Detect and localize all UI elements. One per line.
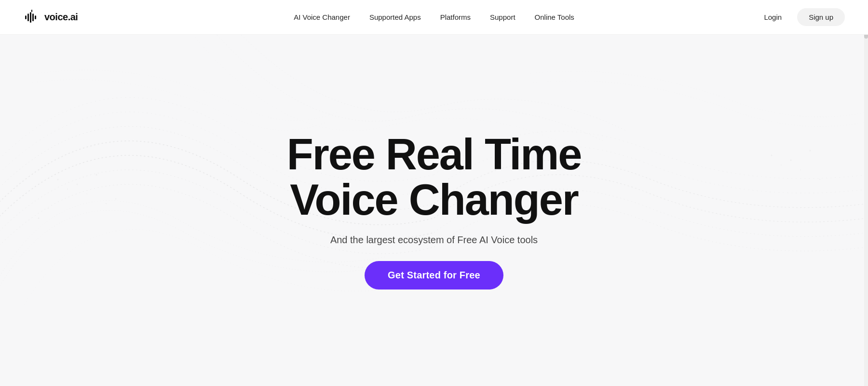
nav-link-ai-voice-changer[interactable]: AI Voice Changer xyxy=(294,13,350,21)
svg-point-17 xyxy=(800,169,801,170)
svg-point-7 xyxy=(77,184,78,185)
hero-section: Free Real Time Voice Changer And the lar… xyxy=(0,35,868,386)
svg-point-19 xyxy=(819,179,820,180)
svg-point-9 xyxy=(96,174,97,176)
hero-title-line1: Free Real Time xyxy=(287,130,582,179)
nav-link-supported-apps[interactable]: Supported Apps xyxy=(369,13,421,21)
hero-title: Free Real Time Voice Changer xyxy=(287,132,582,223)
svg-point-10 xyxy=(106,203,107,204)
logo-icon xyxy=(23,9,41,26)
svg-point-13 xyxy=(38,218,40,219)
svg-point-11 xyxy=(115,198,117,200)
svg-point-15 xyxy=(781,165,782,165)
hero-subtitle: And the largest ecosystem of Free AI Voi… xyxy=(330,234,538,246)
svg-rect-0 xyxy=(25,15,27,19)
nav-links: AI Voice Changer Supported Apps Platform… xyxy=(294,13,574,21)
svg-rect-4 xyxy=(35,15,36,19)
signup-button[interactable]: Sign up xyxy=(797,8,845,26)
logo-text: voice.ai xyxy=(44,12,78,23)
nav-link-platforms[interactable]: Platforms xyxy=(440,13,471,21)
navbar: voice.ai AI Voice Changer Supported Apps… xyxy=(0,0,868,35)
login-button[interactable]: Login xyxy=(756,9,789,25)
nav-actions: Login Sign up xyxy=(756,8,845,26)
svg-point-14 xyxy=(771,155,773,156)
get-started-button[interactable]: Get Started for Free xyxy=(365,261,503,290)
svg-rect-2 xyxy=(30,12,31,23)
svg-rect-1 xyxy=(27,14,29,21)
svg-point-16 xyxy=(790,160,792,161)
svg-point-8 xyxy=(86,193,87,194)
hero-content: Free Real Time Voice Changer And the lar… xyxy=(287,132,582,290)
svg-point-6 xyxy=(67,189,68,190)
svg-point-18 xyxy=(810,150,811,152)
nav-link-support[interactable]: Support xyxy=(490,13,515,21)
scrollbar[interactable] xyxy=(864,0,868,386)
svg-point-12 xyxy=(48,208,49,209)
svg-rect-3 xyxy=(32,14,34,21)
nav-link-online-tools[interactable]: Online Tools xyxy=(535,13,574,21)
svg-point-5 xyxy=(57,179,59,180)
logo[interactable]: voice.ai xyxy=(23,9,78,26)
hero-title-line2: Voice Changer xyxy=(290,176,578,224)
